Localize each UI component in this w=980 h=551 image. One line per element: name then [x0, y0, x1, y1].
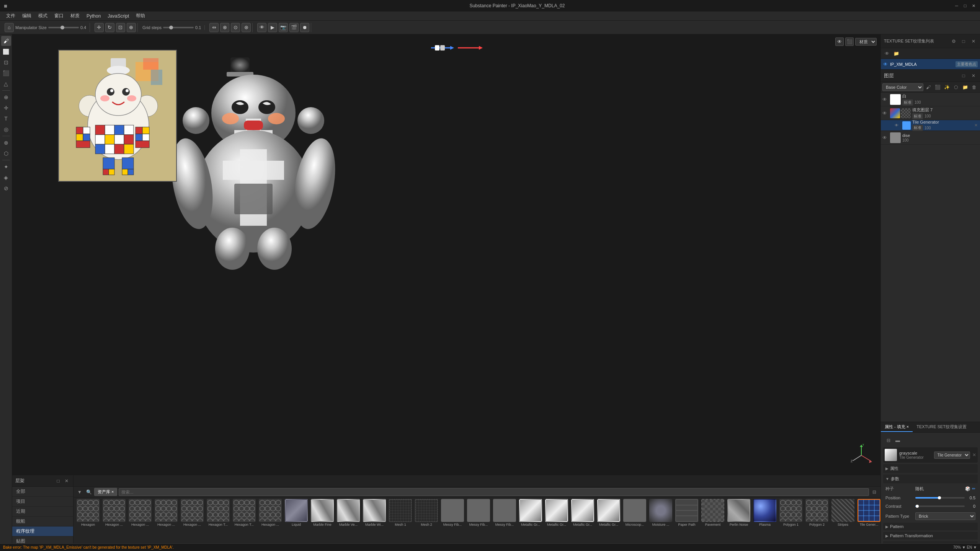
asset-close-btn[interactable]: ✕ [63, 478, 70, 484]
asset-cat-projects[interactable]: 项目 [12, 497, 73, 507]
generator-close-btn[interactable]: ✕ [972, 452, 976, 458]
prop-tab-fill[interactable]: 属性 - 填充 × [881, 422, 913, 432]
layer-close-tile-gen[interactable]: ✕ [973, 123, 978, 128]
menu-item-窗口[interactable]: 窗口 [51, 12, 67, 20]
view-mode-select[interactable]: 材质 白模 [855, 38, 877, 46]
layer-item-fill7[interactable]: 👁 填充图层 7 标准 100 [881, 106, 980, 120]
layer-folder-btn[interactable]: 📁 [961, 83, 969, 91]
layer-add-paint-btn[interactable]: 🖌 [924, 83, 933, 91]
material-item-stripes[interactable]: Stripes [831, 499, 855, 527]
material-item-perlin[interactable]: Perlin Noise [727, 499, 751, 527]
material-item-moisture[interactable]: Moisture ... [648, 499, 673, 527]
toolbar-cam2-btn[interactable]: 📷 [279, 23, 288, 32]
toolbar-scale-btn[interactable]: ⊡ [116, 23, 125, 32]
viewport[interactable]: 👁 ⬛ 材质 白模 Y Z [12, 34, 880, 474]
asset-cat-ship[interactable]: 舰船 [12, 517, 73, 527]
material-item-marble3[interactable]: Marble Wi... [362, 499, 387, 527]
section-pattern-transform[interactable]: ▶ Pattern Transformation [883, 532, 978, 540]
material-item-mesh2[interactable]: Mesh 2 [414, 499, 439, 527]
material-item-messy1[interactable]: Messy Fib... [440, 499, 465, 527]
tool-paint[interactable]: 🖌 [1, 36, 11, 46]
toolbar-play-btn[interactable]: ▶ [268, 23, 277, 32]
layer-add-fill-btn[interactable]: ⬛ [933, 83, 942, 91]
toolbar-rotate-btn[interactable]: ↻ [105, 23, 114, 32]
ts-eye-icon-btn[interactable]: 👁 [883, 50, 891, 57]
layer-eye-tile-gen[interactable]: 👁 [895, 123, 901, 127]
menu-item-Python[interactable]: Python [83, 13, 104, 20]
param-seed-random-btn[interactable]: 🎲 [965, 486, 970, 491]
tool-select[interactable]: ⊕ [1, 92, 11, 102]
manipulator-slider[interactable] [48, 27, 79, 28]
material-item-messy3[interactable]: Messy Fib... [492, 499, 517, 527]
toolbar-home-btn[interactable]: ⌂ [5, 23, 14, 32]
asset-category-list[interactable]: 全部 项目 近期 舰船 程序纹理 贴图 填充图层 皮肤 图层 设置 [12, 487, 73, 551]
layer-item-tile-gen[interactable]: 👁 Tile Generator 标准 100 ✕ [881, 120, 980, 131]
tool-eraser[interactable]: ⬜ [1, 47, 11, 57]
prop-tab-texture-set[interactable]: TEXTURE SET纹理集设置 [913, 422, 970, 432]
material-item-hex5[interactable]: Hexagon ... [180, 499, 204, 527]
tool-picker[interactable]: ✦ [1, 162, 11, 172]
section-pattern[interactable]: ▶ Pattern [883, 523, 978, 530]
menu-item-文件[interactable]: 文件 [3, 12, 18, 20]
asset-cat-procedural[interactable]: 程序纹理 [12, 527, 73, 536]
browser-tab-assets[interactable]: 资产库 × [94, 488, 117, 496]
material-item-metallic3[interactable]: Metallic Gr... [570, 499, 595, 527]
material-item-metallic2[interactable]: Metallic Gr... [544, 499, 569, 527]
tool-anchor[interactable]: ⊗ [1, 138, 11, 148]
tool-bake[interactable]: ⬡ [1, 148, 11, 158]
view-eye-btn[interactable]: 👁 [835, 37, 844, 46]
layer-item-dise[interactable]: 👁 dise 100 [881, 131, 980, 145]
toolbar-transform-btn[interactable]: ⇔ [209, 23, 219, 32]
layer-eye-dise[interactable]: 👁 [882, 135, 889, 140]
asset-cat-recent[interactable]: 近期 [12, 507, 73, 517]
material-item-metallic1[interactable]: Metallic Gr... [518, 499, 543, 527]
param-seed-edit-btn[interactable]: ✏ [972, 486, 975, 491]
material-item-marble2[interactable]: Marble Ve... [336, 499, 361, 527]
toolbar-camera-btn[interactable]: ⊛ [242, 23, 251, 32]
material-item-liquid[interactable]: Liquid [284, 499, 309, 527]
menu-item-帮助[interactable]: 帮助 [133, 12, 148, 20]
material-item-marble1[interactable]: Marble Fine [310, 499, 335, 527]
ts-item-eye-icon[interactable]: 👁 [883, 62, 888, 67]
texture-set-item[interactable]: 👁 IP_XM_MDLA 主要着色点 [881, 59, 980, 70]
layer-add-fx-btn[interactable]: ✨ [942, 83, 951, 91]
texture-set-settings-btn[interactable]: ⚙ [950, 38, 957, 45]
tool-shape[interactable]: ◎ [1, 124, 11, 134]
ts-folder-icon-btn[interactable]: 📁 [892, 50, 900, 57]
material-item-pavement[interactable]: Pavement [701, 499, 725, 527]
generator-channel-select[interactable]: Tile Generator [934, 452, 970, 459]
menu-item-编辑[interactable]: 编辑 [19, 12, 34, 20]
menu-item-模式[interactable]: 模式 [35, 12, 51, 20]
toolbar-world-btn[interactable]: ⊙ [231, 23, 240, 32]
browser-content[interactable]: HexagonHexagon ...Hexagon ...Hexagon ...… [74, 497, 880, 551]
param-contrast-slider[interactable] [915, 505, 965, 507]
tool-projection[interactable]: ⊡ [1, 57, 11, 67]
material-item-plasma[interactable]: Plasma [753, 499, 777, 527]
material-item-microscop[interactable]: Microscop... [622, 499, 647, 527]
toolbar-eye-btn[interactable]: 👁 [257, 23, 266, 32]
minimize-button[interactable]: ─ [954, 3, 959, 8]
material-item-metallic4[interactable]: Metallic Gr... [596, 499, 621, 527]
material-item-messy2[interactable]: Messy Fib... [466, 499, 491, 527]
browser-grid-view-btn[interactable]: ⊟ [871, 488, 878, 496]
toolbar-move-btn[interactable]: ✛ [95, 23, 104, 32]
asset-cat-all[interactable]: 全部 [12, 487, 73, 497]
tool-text[interactable]: T [1, 114, 11, 124]
menu-item-JavaScript[interactable]: JavaScript [105, 13, 132, 20]
material-item-hex6[interactable]: Hexagon T... [206, 499, 230, 527]
texture-set-expand-btn[interactable]: □ [960, 38, 967, 45]
layer-list[interactable]: 👁 白 标准 100 👁 填充图层 7 标准 100 [881, 93, 980, 422]
view-render-btn[interactable]: ⬛ [845, 37, 854, 46]
material-item-hex2[interactable]: Hexagon ... [102, 499, 126, 527]
layer-eye-white[interactable]: 👁 [882, 97, 889, 102]
tool-blur[interactable]: ◈ [1, 173, 11, 183]
layer-panel-close-btn[interactable]: ✕ [970, 72, 977, 79]
layer-eye-fill7[interactable]: 👁 [882, 111, 889, 116]
layer-mask-btn[interactable]: ⬡ [952, 83, 960, 91]
material-item-hex3[interactable]: Hexagon ... [128, 499, 152, 527]
material-item-paper[interactable]: Paper Path [675, 499, 699, 527]
layer-blend-mode-select[interactable]: Base Color 正常 [882, 83, 923, 91]
toolbar-cam3-btn[interactable]: 🎬 [289, 23, 299, 32]
section-properties[interactable]: ▶ 属性 [883, 464, 978, 473]
material-item-polygon1[interactable]: Polygon 1 [779, 499, 803, 527]
